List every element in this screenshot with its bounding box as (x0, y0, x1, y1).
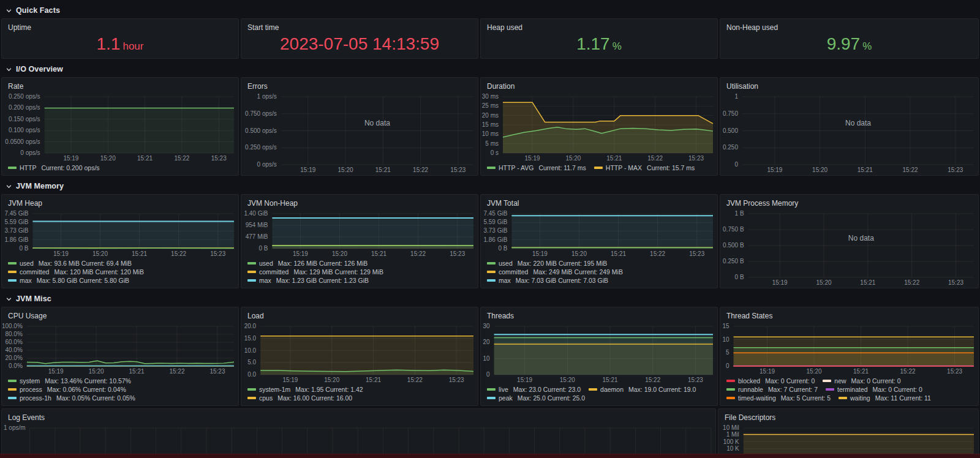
panel-title[interactable]: Threads (481, 307, 717, 321)
legend-item[interactable]: terminatedMax: 0 Current: 0 (826, 386, 922, 393)
panel-title[interactable]: File Descriptors (718, 409, 978, 423)
stat-value: 1.17 (576, 36, 610, 53)
legend-item[interactable]: daemonMax: 19.0 Current: 19.0 (589, 386, 696, 393)
panel-jvm-process-memory: JVM Process Memory1 B0.750 B0.500 B0.250… (720, 194, 979, 288)
chart-canvas[interactable]: 0.250 ops/s0.200 ops/s0.150 ops/s0.100 o… (2, 92, 238, 163)
legend-item[interactable]: blockedMax: 0 Current: 0 (726, 377, 815, 385)
chart-canvas[interactable]: 1.40 GiB954 MiB477 MiB0 B15:1915:2015:21… (241, 209, 478, 259)
chart-canvas[interactable]: 15105015:1915:2015:2115:2215:23 (720, 321, 978, 377)
chart-area[interactable]: 7.45 GiB5.59 GiB3.73 GiB1.86 GiB0 B15:19… (2, 209, 238, 259)
chart-area[interactable]: 302010015:1915:2015:2115:2215:23 (481, 321, 717, 385)
legend-item[interactable]: peakMax: 25.0 Current: 25.0 (487, 394, 585, 402)
legend-item[interactable]: system-1mMax: 1.95 Current: 1.42 (247, 386, 363, 393)
chart-canvas[interactable]: 7.45 GiB5.59 GiB3.73 GiB1.86 GiB0 B15:19… (481, 209, 717, 259)
panel-title[interactable]: Errors (241, 78, 478, 92)
panel-title[interactable]: Log Events (2, 409, 715, 423)
legend: usedMax: 220 MiB Current: 195 MiBcommitt… (481, 259, 717, 288)
section-header-i-o-overview[interactable]: I/O Overview (1, 61, 979, 77)
panel-title[interactable]: Utilisation (720, 78, 978, 92)
svg-text:0 B: 0 B (258, 245, 268, 252)
stat-suffix: hour (123, 41, 143, 51)
legend-item[interactable]: timed-waitingMax: 5 Current: 5 (726, 394, 831, 402)
legend-item[interactable]: runnableMax: 7 Current: 7 (726, 386, 818, 393)
panel-title[interactable]: Start time (241, 19, 478, 33)
legend-stats: Max: 0.05% Current: 0.05% (56, 394, 135, 402)
legend-label: live (499, 386, 508, 393)
panel-title[interactable]: JVM Non-Heap (241, 195, 478, 209)
legend-item[interactable]: usedMax: 93.6 MiB Current: 69.4 MiB (8, 260, 132, 267)
chart-area[interactable]: 100.0%80.0%60.0%40.0%20.0%0.0%15:1915:20… (2, 321, 238, 377)
legend-item[interactable]: committedMax: 129 MiB Current: 129 MiB (247, 268, 383, 276)
legend-item[interactable]: usedMax: 126 MiB Current: 126 MiB (247, 260, 368, 267)
legend-item[interactable]: usedMax: 220 MiB Current: 195 MiB (487, 260, 607, 267)
panel-title[interactable]: Duration (481, 78, 717, 92)
panel-title[interactable]: Load (241, 307, 478, 321)
chart-canvas[interactable]: 30 ms25 ms20 ms15 ms10 ms5 ms0 s15:1915:… (481, 92, 717, 163)
chart-area[interactable]: 30 ms25 ms20 ms15 ms10 ms5 ms0 s15:1915:… (481, 92, 717, 163)
chart-area[interactable]: 1.40 GiB954 MiB477 MiB0 B15:1915:2015:21… (241, 209, 478, 259)
chart-area[interactable]: 10 Mil1 Mil100 K10 K (718, 423, 978, 458)
panel-title[interactable]: Heap used (481, 19, 717, 33)
legend-item[interactable]: maxMax: 7.03 GiB Current: 7.03 GiB (487, 277, 608, 284)
legend-item[interactable]: liveMax: 23.0 Current: 23.0 (487, 386, 581, 393)
legend-item[interactable]: process-1hMax: 0.05% Current: 0.05% (8, 394, 135, 402)
svg-text:1 ops/s: 1 ops/s (257, 93, 277, 100)
chart-canvas[interactable]: 1 ops/m (2, 423, 715, 458)
chevron-down-icon (6, 7, 12, 14)
chart-canvas[interactable]: 100.0%80.0%60.0%40.0%20.0%0.0%15:1915:20… (2, 321, 238, 377)
svg-text:0.200 ops/s: 0.200 ops/s (9, 104, 40, 111)
legend-stats: Max: 0 Current: 0 (765, 377, 815, 385)
legend-item[interactable]: cpusMax: 16.00 Current: 16.00 (247, 394, 352, 402)
chart-canvas[interactable]: 1 ops/s0.750 ops/s0.500 ops/s0.250 ops/s… (241, 92, 478, 175)
chart-area[interactable]: 1 B0.750 B0.500 B0.250 B0 B15:1915:2015:… (720, 209, 978, 288)
legend-item[interactable]: committedMax: 120 MiB Current: 120 MiB (8, 268, 144, 276)
legend-item[interactable]: waitingMax: 11 Current: 11 (839, 394, 931, 402)
legend-item[interactable]: newMax: 0 Current: 0 (823, 377, 900, 385)
chart-area[interactable]: 20.015.010.05.00.015:1915:2015:2115:2215… (241, 321, 478, 385)
chart-area[interactable]: 0.250 ops/s0.200 ops/s0.150 ops/s0.100 o… (2, 92, 238, 163)
legend-item[interactable]: processMax: 0.06% Current: 0.04% (8, 386, 126, 393)
legend-item[interactable]: maxMax: 5.80 GiB Current: 5.80 GiB (8, 277, 129, 284)
panel-title[interactable]: JVM Heap (2, 195, 238, 209)
panel-title[interactable]: Rate (2, 78, 238, 92)
chart-area[interactable]: 7.45 GiB5.59 GiB3.73 GiB1.86 GiB0 B15:19… (481, 209, 717, 259)
legend-item[interactable]: HTTP - AVGCurrent: 11.7 ms (487, 164, 586, 171)
chart-area[interactable]: 1 ops/s0.750 ops/s0.500 ops/s0.250 ops/s… (241, 92, 478, 175)
svg-text:15:21: 15:21 (603, 377, 618, 383)
svg-text:100.0%: 100.0% (2, 323, 23, 329)
chart-area[interactable]: 1 ops/m (2, 423, 715, 458)
panel-title[interactable]: Thread States (720, 307, 978, 321)
panel-title[interactable]: CPU Usage (2, 307, 238, 321)
chart-area[interactable]: 15105015:1915:2015:2115:2215:23 (720, 321, 978, 377)
svg-text:15: 15 (722, 323, 729, 329)
svg-text:0.150 ops/s: 0.150 ops/s (9, 116, 40, 122)
legend-item[interactable]: HTTP - MAXCurrent: 15.7 ms (594, 164, 695, 171)
legend-label: terminated (837, 386, 868, 393)
chart-canvas[interactable]: 1 B0.750 B0.500 B0.250 B0 B15:1915:2015:… (720, 209, 978, 288)
legend-item[interactable]: systemMax: 13.46% Current: 10.57% (8, 377, 131, 385)
chart-canvas[interactable]: 10 Mil1 Mil100 K10 K (718, 423, 978, 458)
legend: blockedMax: 0 Current: 0newMax: 0 Curren… (720, 377, 978, 405)
section-header-jvm-memory[interactable]: JVM Memory (1, 178, 979, 194)
section-header-jvm-misc[interactable]: JVM Misc (1, 291, 979, 307)
section-title: JVM Memory (16, 182, 64, 190)
panel-title[interactable]: JVM Total (481, 195, 717, 209)
svg-text:No data: No data (364, 119, 390, 127)
legend-item[interactable]: HTTPCurrent: 0.200 ops/s (8, 164, 100, 171)
section-header-quick-facts[interactable]: Quick Facts (1, 2, 979, 18)
svg-text:15:23: 15:23 (211, 155, 227, 162)
panel-title[interactable]: JVM Process Memory (720, 195, 978, 209)
panel-load: Load20.015.010.05.00.015:1915:2015:2115:… (241, 307, 478, 406)
svg-text:0 ops/s: 0 ops/s (257, 161, 277, 168)
legend-label: committed (259, 268, 288, 276)
chart-canvas[interactable]: 20.015.010.05.00.015:1915:2015:2115:2215… (241, 321, 478, 385)
chart-canvas[interactable]: 7.45 GiB5.59 GiB3.73 GiB1.86 GiB0 B15:19… (2, 209, 238, 259)
chart-canvas[interactable]: 10.7500.5000.250015:1915:2015:2115:2215:… (720, 92, 978, 175)
legend-item[interactable]: committedMax: 249 MiB Current: 249 MiB (487, 268, 623, 276)
panel-title[interactable]: Non-Heap used (720, 19, 978, 33)
panel-title[interactable]: Uptime (2, 19, 238, 33)
chart-area[interactable]: 10.7500.5000.250015:1915:2015:2115:2215:… (720, 92, 978, 175)
chart-canvas[interactable]: 302010015:1915:2015:2115:2215:23 (481, 321, 717, 385)
legend-item[interactable]: maxMax: 1.23 GiB Current: 1.23 GiB (247, 277, 369, 284)
svg-text:15:23: 15:23 (450, 250, 465, 257)
